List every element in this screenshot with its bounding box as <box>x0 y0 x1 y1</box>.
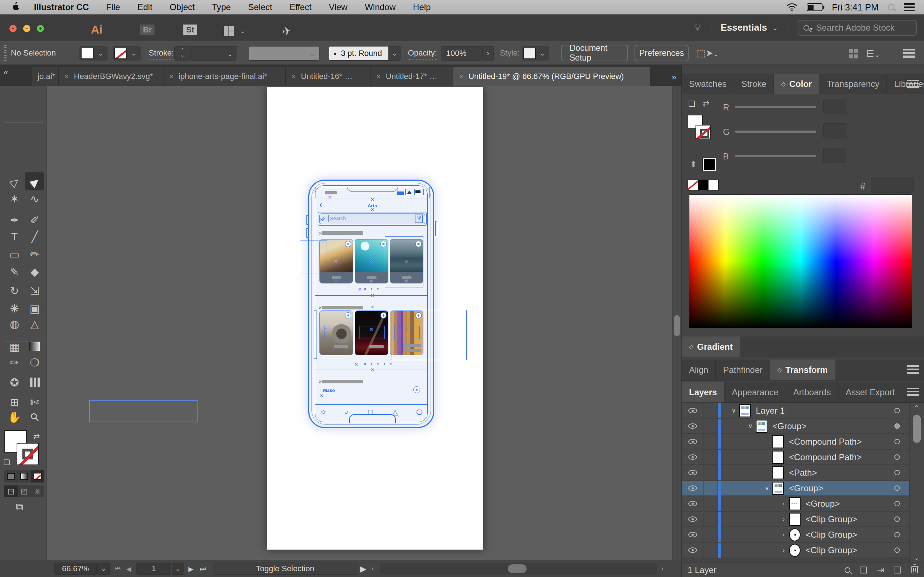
visibility-eye-icon[interactable] <box>688 408 697 413</box>
magic-wand-tool[interactable]: ✶ <box>5 190 24 208</box>
layer-row[interactable]: ›<Clip Group> <box>682 527 909 542</box>
fill-color-dropdown[interactable]: ⌄ <box>79 46 108 61</box>
mesh-tool[interactable]: ▦ <box>5 338 24 356</box>
tab-transparency[interactable]: Transparency <box>819 74 887 94</box>
none-mode-button[interactable] <box>31 470 44 482</box>
layers-scrollbar[interactable]: ⌃ ⌄ <box>909 403 924 562</box>
color-mode-button[interactable] <box>4 470 18 482</box>
layer-label[interactable]: <Compound Path> <box>789 437 894 447</box>
g-value-input[interactable] <box>823 123 847 139</box>
apple-logo-icon[interactable] <box>12 2 19 13</box>
hand-tool[interactable]: ✋ <box>5 408 24 426</box>
opacity-input[interactable]: 100% <box>441 46 482 61</box>
tab-artboards[interactable]: Artboards <box>786 382 838 403</box>
r-value-input[interactable] <box>823 99 847 114</box>
lock-cell[interactable] <box>703 512 718 527</box>
menu-app-name[interactable]: Illustrator CC <box>27 2 97 12</box>
stroke-weight-label[interactable]: Stroke: <box>149 48 174 60</box>
prev-artboard-icon[interactable]: ◀ <box>126 565 131 573</box>
gradient-tool[interactable] <box>25 338 44 356</box>
perspective-grid-tool[interactable]: △ <box>25 315 44 333</box>
layer-row[interactable]: <Compound Path> <box>682 450 909 465</box>
visibility-eye-icon[interactable] <box>688 439 697 444</box>
pen-tool[interactable]: ✒ <box>5 211 24 229</box>
iphone-mockup[interactable]: ‹ Arts ⌕ Search Ψ ❃❃❃ ❃❃❃ Make ❃ ☆○□△⎔ <box>308 180 434 428</box>
menu-window[interactable]: Window <box>356 2 404 12</box>
layer-row[interactable]: ∨<Group> <box>682 419 909 434</box>
layer-row[interactable]: ›<Clip Group> <box>682 543 909 558</box>
zoom-tool[interactable]: ⚲ <box>25 408 44 426</box>
visibility-eye-icon[interactable] <box>688 470 697 475</box>
expand-chevron-icon[interactable]: › <box>778 500 789 508</box>
opacity-label[interactable]: Opacity: <box>408 48 437 60</box>
tab-close-icon[interactable]: × <box>65 73 69 81</box>
arrange-documents-icon[interactable]: ⌄ <box>224 26 246 38</box>
tab-overflow-icon[interactable]: » <box>672 72 677 82</box>
curvature-tool[interactable]: ✐ <box>25 211 44 229</box>
target-circle-icon[interactable] <box>894 516 900 522</box>
visibility-eye-icon[interactable] <box>688 516 697 522</box>
isolate-mode-icon[interactable]: ⇥ <box>877 565 884 575</box>
menu-edit[interactable]: Edit <box>129 2 161 12</box>
tab-swatches[interactable]: Swatches <box>682 74 734 94</box>
window-minimize-button[interactable]: – <box>23 25 30 32</box>
screen-mode-icon[interactable]: ⧉ <box>16 501 23 513</box>
layer-row[interactable]: <Path> <box>682 465 909 480</box>
type-tool[interactable]: T <box>5 227 24 246</box>
workspace-chevron-icon[interactable]: ⌄ <box>772 23 778 32</box>
stroke-weight-dropdown[interactable]: ⌄ <box>190 46 237 61</box>
layer-thumbnail[interactable] <box>789 513 801 526</box>
stock-icon[interactable]: St <box>183 24 197 35</box>
status-action-field[interactable]: Toggle Selection <box>213 562 357 575</box>
gradient-mode-button[interactable] <box>18 470 31 482</box>
menu-view[interactable]: View <box>320 2 356 12</box>
layer-row[interactable]: ∨Layer 1 <box>682 403 909 418</box>
panel-grip[interactable] <box>4 45 6 61</box>
window-close-button[interactable]: • <box>10 25 16 32</box>
selection-tool[interactable]: ▶ <box>25 172 44 190</box>
layer-label[interactable]: <Group> <box>772 421 894 431</box>
adobe-stock-search-input[interactable]: ▾ Search Adobe Stock <box>798 20 917 36</box>
visibility-eye-icon[interactable] <box>688 423 697 429</box>
document-tab[interactable]: ×HeaderBGWavy2.svg* <box>59 67 163 86</box>
layer-label[interactable]: <Clip Group> <box>806 530 894 540</box>
symbol-sprayer-tool[interactable]: ✪ <box>5 373 24 391</box>
layer-label[interactable]: <Path> <box>789 468 894 478</box>
target-circle-icon[interactable] <box>894 548 900 553</box>
stroke-weight-stepper[interactable]: ⌃⌄ <box>174 46 190 61</box>
layers-scroll-thumb[interactable] <box>913 415 921 443</box>
toolbar-collapse-icon[interactable]: « <box>3 68 8 77</box>
vscroll-thumb[interactable] <box>674 315 680 336</box>
canvas-vertical-scrollbar[interactable] <box>672 86 682 560</box>
r-slider[interactable] <box>735 106 816 108</box>
tab-gradient[interactable]: ◇Gradient <box>682 337 740 357</box>
draw-behind-button[interactable]: ◰ <box>18 485 31 497</box>
scale-tool[interactable]: ⇲ <box>25 282 44 300</box>
stroke-color-dropdown[interactable]: ⌄ <box>113 46 141 61</box>
layer-thumbnail[interactable] <box>789 528 801 541</box>
layer-thumbnail[interactable] <box>789 544 801 557</box>
canvas-horizontal-scrollbar[interactable] <box>380 563 657 574</box>
layer-label[interactable]: <Group> <box>806 499 894 509</box>
layer-row[interactable]: ›<Group> <box>682 496 909 511</box>
document-tab[interactable]: ×Untitled-16* … <box>286 67 370 86</box>
layer-thumbnail[interactable] <box>756 420 767 433</box>
bridge-icon[interactable]: Br <box>140 24 155 35</box>
window-zoom-button[interactable]: + <box>37 25 44 32</box>
document-tab[interactable]: ×iphone-arts-page-final.ai* <box>163 67 286 86</box>
artboard-chevron[interactable]: ⌄ <box>172 562 184 575</box>
lock-cell[interactable] <box>703 419 718 434</box>
share-rocket-icon[interactable]: ✈ <box>281 24 293 38</box>
tab-appearance[interactable]: Appearance <box>724 382 786 403</box>
expand-chevron-icon[interactable]: ∨ <box>745 422 756 430</box>
tab-align[interactable]: Align <box>682 359 716 380</box>
target-circle-icon[interactable] <box>894 532 900 537</box>
menu-type[interactable]: Type <box>203 2 239 12</box>
color-panel-menu-icon[interactable] <box>907 80 919 89</box>
b-value-input[interactable] <box>823 148 847 163</box>
layer-thumbnail[interactable] <box>772 482 784 495</box>
eraser-tool[interactable]: ◆ <box>25 263 44 280</box>
last-color-swatch[interactable] <box>703 158 716 171</box>
expand-chevron-icon[interactable]: ∨ <box>729 407 739 414</box>
lock-cell[interactable] <box>703 434 718 449</box>
